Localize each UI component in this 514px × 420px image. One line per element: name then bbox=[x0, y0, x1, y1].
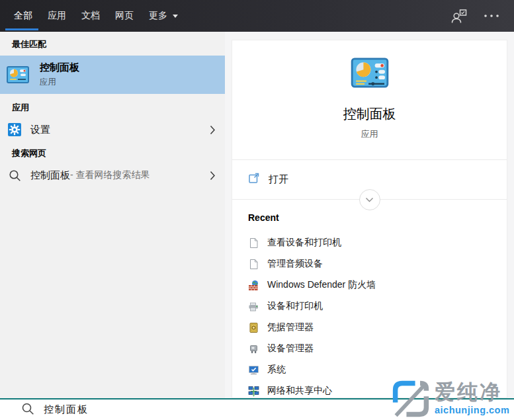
open-external-icon bbox=[248, 172, 260, 187]
recent-item[interactable]: 设备和打印机 bbox=[248, 296, 501, 317]
recent-item[interactable]: 凭据管理器 bbox=[248, 317, 501, 338]
recent-item-label: 查看设备和打印机 bbox=[267, 237, 341, 249]
recent-item-label: 系统 bbox=[267, 364, 286, 376]
windows-search-flyout: 全部 应用 文档 网页 更多 最佳匹配 bbox=[0, 0, 514, 420]
recent-item[interactable]: 设备管理器 bbox=[248, 338, 501, 359]
device-manager-icon bbox=[248, 343, 259, 355]
result-item-web-search[interactable]: 控制面板 - 查看网络搜索结果 bbox=[0, 163, 225, 187]
control-panel-icon bbox=[7, 66, 29, 83]
tab-all[interactable]: 全部 bbox=[14, 0, 32, 32]
file-icon bbox=[248, 237, 259, 249]
recent-header: Recent bbox=[248, 212, 279, 223]
aichunjing-logo-icon bbox=[392, 380, 430, 420]
recent-item-label: Windows Defender 防火墙 bbox=[267, 279, 376, 291]
search-filter-bar: 全部 应用 文档 网页 更多 bbox=[0, 0, 514, 32]
app-title: 控制面板 bbox=[343, 105, 396, 123]
control-panel-icon-large bbox=[351, 58, 389, 91]
chevron-right-icon bbox=[210, 125, 216, 135]
app-type-label: 应用 bbox=[361, 128, 378, 140]
watermark-name: 爱纯净 bbox=[435, 382, 509, 402]
best-match-header: 最佳匹配 bbox=[12, 38, 46, 50]
watermark-domain: aichunjing.com bbox=[435, 405, 509, 415]
collapse-preview-button[interactable] bbox=[359, 189, 380, 210]
topbar-actions bbox=[450, 9, 503, 24]
firewall-icon bbox=[248, 280, 259, 291]
tab-documents[interactable]: 文档 bbox=[81, 0, 100, 32]
network-sharing-icon bbox=[248, 386, 259, 397]
best-match-subtitle: 应用 bbox=[40, 77, 79, 88]
results-panel: 最佳匹配 控制面板 应用 应用 bbox=[0, 32, 225, 420]
file-icon bbox=[248, 259, 259, 270]
settings-result-label: 设置 bbox=[30, 124, 50, 136]
web-search-query: 控制面板 bbox=[30, 169, 70, 182]
recent-item-label: 网络和共享中心 bbox=[267, 385, 332, 397]
watermark: 爱纯净 aichunjing.com bbox=[392, 380, 509, 420]
tab-list: 全部 应用 文档 网页 更多 bbox=[11, 0, 178, 32]
devices-printers-icon bbox=[248, 301, 259, 312]
search-icon bbox=[8, 169, 21, 182]
tab-apps[interactable]: 应用 bbox=[48, 0, 66, 32]
recent-item[interactable]: Windows Defender 防火墙 bbox=[248, 274, 501, 296]
recent-list: 查看设备和打印机管理音频设备Windows Defender 防火墙设备和打印机… bbox=[248, 232, 501, 398]
system-icon bbox=[248, 364, 259, 376]
recent-item-label: 凭据管理器 bbox=[267, 321, 314, 333]
tab-web[interactable]: 网页 bbox=[115, 0, 134, 32]
search-input[interactable] bbox=[42, 403, 243, 416]
recent-item-label: 设备管理器 bbox=[267, 343, 314, 355]
open-action-label: 打开 bbox=[269, 173, 288, 186]
tab-more[interactable]: 更多 bbox=[149, 0, 178, 32]
best-match-title: 控制面板 bbox=[40, 62, 79, 74]
search-icon bbox=[21, 402, 34, 418]
chevron-down-icon bbox=[365, 197, 374, 202]
settings-gear-icon bbox=[8, 123, 21, 136]
user-account-icon[interactable] bbox=[450, 9, 468, 24]
result-item-settings[interactable]: 设置 bbox=[0, 118, 225, 142]
best-match-result[interactable]: 控制面板 应用 bbox=[0, 56, 225, 94]
recent-item-label: 管理音频设备 bbox=[267, 258, 323, 270]
recent-item[interactable]: 查看设备和打印机 bbox=[248, 232, 501, 253]
chevron-right-icon bbox=[210, 171, 216, 181]
recent-item[interactable]: 管理音频设备 bbox=[248, 253, 501, 274]
apps-section-header: 应用 bbox=[12, 102, 29, 114]
chevron-down-icon bbox=[173, 15, 178, 21]
web-search-suffix: - 查看网络搜索结果 bbox=[70, 169, 150, 181]
credential-manager-icon bbox=[248, 322, 259, 333]
recent-item[interactable]: 系统 bbox=[248, 359, 501, 380]
more-options-icon[interactable] bbox=[484, 14, 499, 18]
preview-panel: 控制面板 应用 打开 Recent 查看设备和打印机管理音频设备Windows … bbox=[232, 40, 507, 398]
recent-item-label: 设备和打印机 bbox=[267, 300, 323, 312]
web-section-header: 搜索网页 bbox=[12, 147, 46, 159]
